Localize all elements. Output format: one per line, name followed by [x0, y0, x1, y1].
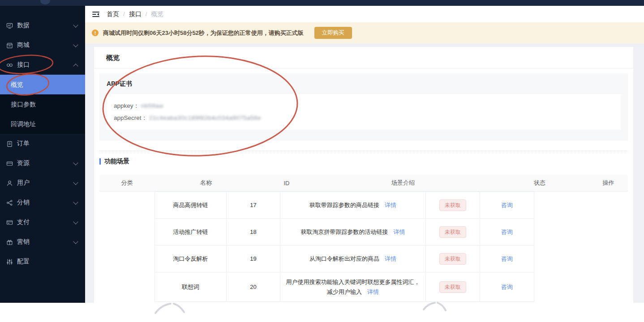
consult-link[interactable]: 咨询	[501, 255, 513, 262]
scene-row: 淘口令反解析19从淘口令解析出对应的商品详情未获取咨询	[155, 246, 534, 272]
marketing-icon	[6, 238, 13, 246]
status-badge: 未获取	[439, 199, 466, 211]
shop-icon	[6, 42, 13, 49]
sidebar-subitem-api-params[interactable]: 接口参数	[0, 94, 85, 114]
sidebar-menu: 数据商城接口概览接口参数回调地址订单资源用户分销支付营销配置	[0, 16, 85, 271]
scene-row: 商品高佣转链17获取带跟踪参数的商品链接详情未获取咨询	[155, 192, 534, 219]
scene-action: 咨询	[480, 219, 534, 246]
sidebar-item-user[interactable]: 用户	[0, 173, 85, 193]
appsecret-row: appSecret： 21c4eaba30c189f82b4c034a9075a…	[114, 112, 614, 124]
detail-link[interactable]: 详情	[385, 255, 396, 262]
distribution-icon	[6, 199, 13, 206]
chevron-down-icon	[73, 160, 78, 165]
sidebar-item-label: 数据	[17, 21, 70, 30]
sidebar-subitem-callback-address[interactable]: 回调地址	[0, 114, 85, 134]
status-badge: 未获取	[439, 253, 466, 265]
sidebar-item-data[interactable]: 数据	[0, 16, 85, 35]
scene-status: 未获取	[426, 192, 480, 219]
app-cert-title: APP证书	[107, 80, 621, 88]
trial-banner: ! 商城试用时间仅剩06天23小时58分52秒，为保证您的正常使用，请购买正式版…	[85, 22, 644, 43]
chevron-down-icon	[73, 239, 78, 244]
sidebar-item-label: 订单	[17, 140, 79, 148]
appkey-value: nb59aw	[141, 102, 163, 109]
scene-id: 19	[227, 246, 280, 272]
scenes-table-header: 分类名称ID场景介绍状态操作	[99, 175, 628, 191]
appkey-row: appkey： nb59aw	[114, 100, 614, 112]
app-screen: 数据商城接口概览接口参数回调地址订单资源用户分销支付营销配置 首页/接口/概览 …	[0, 0, 644, 322]
scene-id: 17	[227, 192, 280, 219]
logo	[40, 0, 50, 4]
consult-link[interactable]: 咨询	[501, 284, 513, 290]
column-header-0: 分类	[99, 179, 155, 187]
scene-desc: 用户使用搜索功能输入关键词时联想更多属性词汇，减少用户输入详情	[280, 272, 426, 302]
sidebar-item-marketing[interactable]: 营销	[0, 232, 85, 252]
scene-id: 18	[227, 219, 280, 246]
scene-action: 咨询	[480, 272, 534, 302]
scene-status: 未获取	[426, 272, 480, 302]
consult-link[interactable]: 咨询	[501, 202, 513, 208]
breadcrumb-separator: /	[123, 11, 125, 17]
sidebar-item-label: 分销	[17, 199, 70, 207]
sidebar-subitem-overview[interactable]: 概览	[0, 75, 85, 94]
detail-link[interactable]: 详情	[367, 288, 379, 295]
sidebar-item-label: 资源	[17, 159, 70, 167]
column-header-5: 操作	[589, 179, 628, 187]
scene-action: 咨询	[480, 246, 534, 272]
section-accent-bar	[99, 158, 101, 165]
pen-mark-right	[424, 303, 446, 310]
chevron-down-icon	[73, 199, 78, 204]
sidebar-submenu: 概览接口参数回调地址	[0, 75, 85, 134]
detail-link[interactable]: 详情	[385, 202, 396, 208]
overview-card: 概览 APP证书 appkey： nb59aw appSecret： 21c4e…	[94, 47, 633, 303]
app-cert-section: APP证书 appkey： nb59aw appSecret： 21c4eaba…	[99, 73, 628, 140]
column-header-4: 状态	[490, 179, 589, 187]
resource-icon	[6, 160, 13, 167]
breadcrumb-item-0[interactable]: 首页	[107, 10, 119, 18]
detail-link[interactable]: 详情	[394, 229, 405, 235]
scenes-table: 商品高佣转链17获取带跟踪参数的商品链接详情未获取咨询活动推广转链18获取淘京拼…	[155, 191, 534, 302]
column-header-3: 场景介绍	[316, 179, 490, 187]
chevron-down-icon	[73, 22, 78, 27]
app-cert-box: appkey： nb59aw appSecret： 21c4eaba30c189…	[107, 94, 621, 130]
sidebar-item-label: 商城	[17, 41, 70, 49]
scene-action: 咨询	[480, 192, 534, 219]
sidebar-item-api[interactable]: 接口	[0, 55, 85, 75]
sidebar-item-config[interactable]: 配置	[0, 252, 85, 271]
column-header-2: ID	[258, 180, 316, 186]
sidebar-item-resource[interactable]: 资源	[0, 153, 85, 173]
consult-link[interactable]: 咨询	[501, 229, 513, 235]
api-icon	[6, 61, 13, 68]
column-header-1: 名称	[155, 179, 258, 187]
appsecret-value: 21c4eaba30c189f82b4c034a9075a56e	[149, 114, 261, 121]
page-title: 概览	[94, 47, 633, 68]
content-area: 概览 APP证书 appkey： nb59aw appSecret： 21c4e…	[85, 43, 644, 303]
sidebar-item-label: 用户	[17, 179, 70, 187]
scene-name: 淘口令反解析	[155, 246, 227, 272]
pen-mark-left	[155, 304, 184, 313]
status-badge: 未获取	[439, 226, 466, 238]
sidebar-item-label: 接口	[17, 61, 70, 69]
scene-name: 联想词	[155, 272, 227, 302]
buy-now-button[interactable]: 立即购买	[314, 27, 352, 39]
appsecret-label: appSecret：	[114, 114, 147, 121]
trial-banner-text: 商城试用时间仅剩06天23小时58分52秒，为保证您的正常使用，请购买正式版	[103, 29, 304, 37]
scene-name: 商品高佣转链	[155, 192, 227, 219]
order-icon	[6, 140, 13, 147]
chevron-down-icon	[73, 180, 78, 185]
appkey-label: appkey：	[114, 102, 139, 109]
breadcrumb-item-1[interactable]: 接口	[129, 10, 142, 18]
sidebar-item-label: 配置	[17, 258, 79, 266]
main-area: 首页/接口/概览 ! 商城试用时间仅剩06天23小时58分52秒，为保证您的正常…	[85, 6, 644, 303]
dotted-divider	[99, 151, 628, 151]
sidebar-item-payment[interactable]: 支付	[0, 212, 85, 232]
scene-row: 联想词20用户使用搜索功能输入关键词时联想更多属性词汇，减少用户输入详情未获取咨…	[155, 272, 534, 302]
sidebar-item-order[interactable]: 订单	[0, 134, 85, 153]
menu-fold-icon[interactable]	[92, 11, 100, 18]
scene-id: 20	[227, 272, 280, 302]
sidebar-item-mall[interactable]: 商城	[0, 35, 85, 55]
sidebar-item-distribution[interactable]: 分销	[0, 193, 85, 212]
scene-row: 活动推广转链18获取淘京拼带跟踪参数的活动链接详情未获取咨询	[155, 219, 534, 246]
user-icon	[6, 179, 13, 186]
scenes-section-head: 功能场景	[99, 157, 633, 165]
breadcrumb-separator: /	[146, 11, 147, 17]
